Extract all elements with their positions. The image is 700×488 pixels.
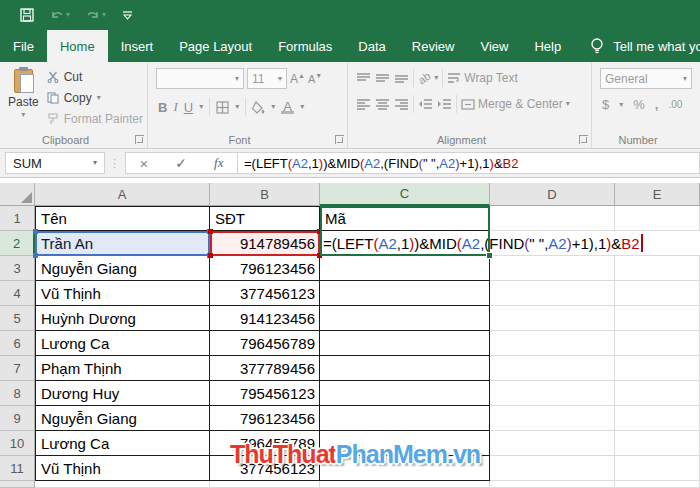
merge-center-button[interactable]: Merge & Center ▾	[461, 97, 570, 111]
cell-A11[interactable]: Vũ Thịnh	[35, 456, 210, 481]
cell-A2[interactable]: Trần An	[35, 231, 210, 256]
row-header-9[interactable]: 9	[0, 406, 35, 431]
bold-button[interactable]: B	[158, 100, 167, 115]
cell-E4[interactable]	[615, 281, 700, 306]
cell-A10[interactable]: Lương Ca	[35, 431, 210, 456]
column-header-C[interactable]: C	[320, 183, 490, 206]
cell-D3[interactable]	[490, 256, 615, 281]
cell-D6[interactable]	[490, 331, 615, 356]
cell-E6[interactable]	[615, 331, 700, 356]
cell-D9[interactable]	[490, 406, 615, 431]
column-header-B[interactable]: B	[210, 183, 320, 206]
redo-button[interactable]: ▾	[86, 9, 106, 21]
row-header-7[interactable]: 7	[0, 356, 35, 381]
cell-C7[interactable]	[320, 356, 490, 381]
borders-dropdown-icon[interactable]: ▾	[235, 103, 239, 111]
font-color-button[interactable]: A	[281, 101, 294, 114]
customize-qat-button[interactable]	[122, 11, 133, 20]
fill-color-dropdown-icon[interactable]: ▾	[271, 103, 275, 111]
cell-B3[interactable]: 796123456	[210, 256, 320, 281]
fill-color-icon[interactable]	[252, 101, 265, 114]
cell-D10[interactable]	[490, 431, 615, 456]
cell-C3[interactable]	[320, 256, 490, 281]
currency-dropdown-icon[interactable]: ▾	[619, 101, 623, 109]
paste-button[interactable]: Paste ▾	[6, 67, 41, 128]
undo-button[interactable]: ▾	[50, 9, 70, 21]
cell-D1[interactable]	[490, 206, 615, 231]
paste-dropdown-icon[interactable]: ▾	[21, 111, 25, 119]
font-size-combo[interactable]: 11 ▾	[247, 68, 287, 89]
cell-A1[interactable]: Tên	[35, 206, 210, 231]
comma-icon[interactable]: ,	[655, 97, 659, 112]
cell-C12[interactable]	[320, 481, 490, 488]
cell-E12[interactable]	[615, 481, 700, 488]
insert-function-icon[interactable]: fx	[214, 155, 223, 171]
tab-review[interactable]: Review	[399, 30, 468, 62]
row-header-8[interactable]: 8	[0, 381, 35, 406]
row-header-11[interactable]: 11	[0, 456, 35, 481]
cell-D4[interactable]	[490, 281, 615, 306]
row-header-4[interactable]: 4	[0, 281, 35, 306]
underline-dropdown-icon[interactable]: ▾	[199, 103, 203, 111]
row-header-10[interactable]: 10	[0, 431, 35, 456]
formula-input[interactable]: =(LEFT(A2,1))&MID(A2,(FIND(" ",A2)+1),1)…	[238, 152, 700, 174]
cell-B7[interactable]: 377789456	[210, 356, 320, 381]
number-format-combo[interactable]: General ▾	[600, 68, 692, 89]
cell-B9[interactable]: 796123456	[210, 406, 320, 431]
cell-C6[interactable]	[320, 331, 490, 356]
cell-D7[interactable]	[490, 356, 615, 381]
cell-D8[interactable]	[490, 381, 615, 406]
cell-E10[interactable]	[615, 431, 700, 456]
tab-help[interactable]: Help	[521, 30, 574, 62]
orientation-dropdown-icon[interactable]: ▾	[434, 74, 438, 82]
cell-A6[interactable]: Lương Ca	[35, 331, 210, 356]
row-header-12[interactable]	[0, 481, 35, 488]
cell-E7[interactable]	[615, 356, 700, 381]
cell-E9[interactable]	[615, 406, 700, 431]
cell-B8[interactable]: 795456123	[210, 381, 320, 406]
cell-E1[interactable]	[615, 206, 700, 231]
save-button[interactable]	[20, 8, 34, 22]
column-header-A[interactable]: A	[35, 183, 210, 206]
undo-dropdown-icon[interactable]: ▾	[66, 11, 70, 19]
cell-E8[interactable]	[615, 381, 700, 406]
tab-file[interactable]: File	[0, 30, 47, 62]
column-header-E[interactable]: E	[615, 183, 700, 206]
tab-page-layout[interactable]: Page Layout	[166, 30, 265, 62]
cell-B5[interactable]: 914123456	[210, 306, 320, 331]
cell-B12[interactable]	[210, 481, 320, 488]
align-center-icon[interactable]	[375, 98, 390, 110]
cell-A9[interactable]: Nguyễn Giang	[35, 406, 210, 431]
row-header-5[interactable]: 5	[0, 306, 35, 331]
cell-B4[interactable]: 377456123	[210, 281, 320, 306]
font-name-combo[interactable]: ▾	[156, 68, 244, 89]
cell-A7[interactable]: Phạm Thịnh	[35, 356, 210, 381]
row-header-2[interactable]: 2	[0, 231, 35, 256]
cell-C8[interactable]	[320, 381, 490, 406]
font-dialog-launcher-icon[interactable]	[335, 135, 344, 144]
italic-button[interactable]: I	[173, 99, 177, 115]
cell-B1[interactable]: SĐT	[210, 206, 320, 231]
cell-E5[interactable]	[615, 306, 700, 331]
cell-C5[interactable]	[320, 306, 490, 331]
underline-button[interactable]: U	[184, 100, 193, 115]
tab-formulas[interactable]: Formulas	[265, 30, 345, 62]
cell-A8[interactable]: Dương Huy	[35, 381, 210, 406]
font-color-dropdown-icon[interactable]: ▾	[300, 103, 304, 111]
alignment-dialog-launcher-icon[interactable]	[579, 135, 588, 144]
cancel-icon[interactable]: ×	[140, 156, 149, 171]
tab-home[interactable]: Home	[47, 30, 108, 62]
row-header-1[interactable]: 1	[0, 206, 35, 231]
cell-E3[interactable]	[615, 256, 700, 281]
orientation-icon[interactable]: ab	[416, 70, 433, 87]
cell-B6[interactable]: 796456789	[210, 331, 320, 356]
tab-data[interactable]: Data	[345, 30, 398, 62]
percent-icon[interactable]: %	[633, 97, 645, 112]
name-box[interactable]: SUM ▾	[5, 152, 105, 174]
redo-dropdown-icon[interactable]: ▾	[102, 11, 106, 19]
cell-A12[interactable]	[35, 481, 210, 488]
shrink-font-icon[interactable]: A▼	[308, 72, 322, 85]
copy-dropdown-icon[interactable]: ▾	[97, 94, 101, 102]
tab-insert[interactable]: Insert	[108, 30, 167, 62]
cell-A5[interactable]: Huỳnh Dương	[35, 306, 210, 331]
